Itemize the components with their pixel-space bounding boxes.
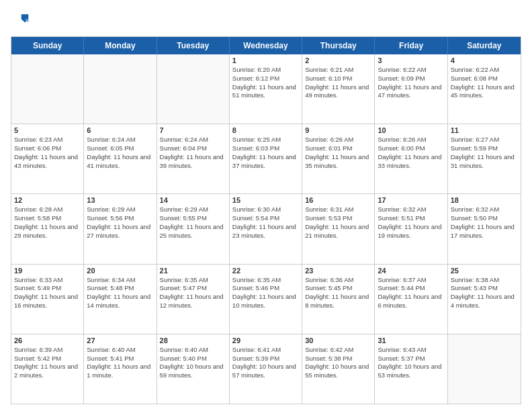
- day-number: 25: [451, 267, 518, 275]
- header-day-thursday: Thursday: [302, 37, 375, 54]
- day-number: 22: [232, 267, 299, 275]
- day-number: 29: [232, 336, 299, 345]
- day-number: 6: [87, 126, 153, 134]
- day-number: 2: [305, 56, 371, 64]
- day-info: Sunrise: 6:36 AMSunset: 5:45 PMDaylight:…: [305, 276, 371, 310]
- day-number: 17: [378, 196, 444, 204]
- day-info: Sunrise: 6:42 AMSunset: 5:38 PMDaylight:…: [305, 346, 371, 380]
- day-cell-21: 21Sunrise: 6:35 AMSunset: 5:47 PMDayligh…: [157, 265, 230, 334]
- header-day-monday: Monday: [84, 37, 157, 54]
- day-info: Sunrise: 6:35 AMSunset: 5:47 PMDaylight:…: [160, 276, 226, 310]
- day-info: Sunrise: 6:21 AMSunset: 6:10 PMDaylight:…: [305, 66, 371, 100]
- calendar-week-5: 26Sunrise: 6:39 AMSunset: 5:42 PMDayligh…: [11, 334, 521, 404]
- day-cell-19: 19Sunrise: 6:33 AMSunset: 5:49 PMDayligh…: [11, 265, 84, 334]
- day-info: Sunrise: 6:20 AMSunset: 6:12 PMDaylight:…: [232, 66, 299, 100]
- calendar-body: 1Sunrise: 6:20 AMSunset: 6:12 PMDaylight…: [11, 54, 521, 404]
- day-cell-25: 25Sunrise: 6:38 AMSunset: 5:43 PMDayligh…: [448, 265, 521, 334]
- header-day-friday: Friday: [375, 37, 447, 54]
- day-cell-17: 17Sunrise: 6:32 AMSunset: 5:51 PMDayligh…: [375, 194, 447, 263]
- day-number: 28: [160, 336, 226, 345]
- empty-cell: [448, 334, 521, 404]
- day-info: Sunrise: 6:24 AMSunset: 6:05 PMDaylight:…: [87, 136, 153, 170]
- calendar-week-4: 19Sunrise: 6:33 AMSunset: 5:49 PMDayligh…: [11, 265, 521, 334]
- calendar-header: SundayMondayTuesdayWednesdayThursdayFrid…: [11, 37, 521, 54]
- header-day-wednesday: Wednesday: [230, 37, 302, 54]
- day-number: 20: [87, 267, 153, 275]
- calendar-week-1: 1Sunrise: 6:20 AMSunset: 6:12 PMDaylight…: [11, 54, 521, 124]
- day-cell-13: 13Sunrise: 6:29 AMSunset: 5:56 PMDayligh…: [84, 194, 157, 263]
- day-info: Sunrise: 6:39 AMSunset: 5:42 PMDaylight:…: [14, 346, 81, 380]
- day-cell-4: 4Sunrise: 6:22 AMSunset: 6:08 PMDaylight…: [448, 54, 521, 124]
- day-cell-18: 18Sunrise: 6:32 AMSunset: 5:50 PMDayligh…: [448, 194, 521, 263]
- day-info: Sunrise: 6:30 AMSunset: 5:54 PMDaylight:…: [232, 205, 299, 240]
- day-cell-3: 3Sunrise: 6:22 AMSunset: 6:09 PMDaylight…: [375, 54, 447, 124]
- empty-cell: [157, 54, 230, 124]
- day-info: Sunrise: 6:32 AMSunset: 5:50 PMDaylight:…: [451, 205, 518, 240]
- day-number: 7: [160, 126, 226, 134]
- day-info: Sunrise: 6:32 AMSunset: 5:51 PMDaylight:…: [378, 205, 444, 240]
- day-number: 15: [232, 196, 299, 204]
- day-number: 30: [305, 336, 371, 345]
- day-number: 13: [87, 196, 153, 204]
- day-cell-30: 30Sunrise: 6:42 AMSunset: 5:38 PMDayligh…: [302, 334, 375, 404]
- day-info: Sunrise: 6:25 AMSunset: 6:03 PMDaylight:…: [232, 136, 299, 170]
- logo: [11, 11, 32, 30]
- day-cell-27: 27Sunrise: 6:40 AMSunset: 5:41 PMDayligh…: [84, 334, 157, 404]
- day-number: 18: [451, 196, 518, 204]
- day-info: Sunrise: 6:22 AMSunset: 6:09 PMDaylight:…: [378, 66, 444, 100]
- day-cell-15: 15Sunrise: 6:30 AMSunset: 5:54 PMDayligh…: [230, 194, 302, 263]
- day-cell-8: 8Sunrise: 6:25 AMSunset: 6:03 PMDaylight…: [230, 124, 302, 193]
- header-day-sunday: Sunday: [11, 37, 84, 54]
- day-number: 26: [14, 336, 81, 345]
- day-info: Sunrise: 6:38 AMSunset: 5:43 PMDaylight:…: [451, 276, 518, 310]
- day-info: Sunrise: 6:26 AMSunset: 6:00 PMDaylight:…: [378, 136, 444, 170]
- day-info: Sunrise: 6:26 AMSunset: 6:01 PMDaylight:…: [305, 136, 371, 170]
- calendar: SundayMondayTuesdayWednesdayThursdayFrid…: [11, 36, 521, 404]
- day-cell-5: 5Sunrise: 6:23 AMSunset: 6:06 PMDaylight…: [11, 124, 84, 193]
- day-number: 4: [451, 56, 518, 64]
- day-cell-6: 6Sunrise: 6:24 AMSunset: 6:05 PMDaylight…: [84, 124, 157, 193]
- day-number: 27: [87, 336, 153, 345]
- day-number: 3: [378, 56, 444, 64]
- day-number: 9: [305, 126, 371, 134]
- day-number: 31: [378, 336, 444, 345]
- day-number: 10: [378, 126, 444, 134]
- day-cell-29: 29Sunrise: 6:41 AMSunset: 5:39 PMDayligh…: [230, 334, 302, 404]
- header-day-saturday: Saturday: [448, 37, 521, 54]
- day-cell-9: 9Sunrise: 6:26 AMSunset: 6:01 PMDaylight…: [302, 124, 375, 193]
- day-number: 21: [160, 267, 226, 275]
- day-info: Sunrise: 6:31 AMSunset: 5:53 PMDaylight:…: [305, 205, 371, 240]
- day-cell-2: 2Sunrise: 6:21 AMSunset: 6:10 PMDaylight…: [302, 54, 375, 124]
- day-info: Sunrise: 6:29 AMSunset: 5:55 PMDaylight:…: [160, 205, 226, 240]
- day-info: Sunrise: 6:37 AMSunset: 5:44 PMDaylight:…: [378, 276, 444, 310]
- day-info: Sunrise: 6:34 AMSunset: 5:48 PMDaylight:…: [87, 276, 153, 310]
- day-info: Sunrise: 6:28 AMSunset: 5:58 PMDaylight:…: [14, 205, 81, 240]
- day-number: 5: [14, 126, 81, 134]
- day-info: Sunrise: 6:22 AMSunset: 6:08 PMDaylight:…: [451, 66, 518, 100]
- day-cell-12: 12Sunrise: 6:28 AMSunset: 5:58 PMDayligh…: [11, 194, 84, 263]
- day-cell-7: 7Sunrise: 6:24 AMSunset: 6:04 PMDaylight…: [157, 124, 230, 193]
- calendar-week-2: 5Sunrise: 6:23 AMSunset: 6:06 PMDaylight…: [11, 124, 521, 194]
- day-info: Sunrise: 6:43 AMSunset: 5:37 PMDaylight:…: [378, 346, 444, 380]
- day-number: 12: [14, 196, 81, 204]
- empty-cell: [11, 54, 84, 124]
- day-number: 1: [232, 56, 299, 64]
- day-cell-22: 22Sunrise: 6:35 AMSunset: 5:46 PMDayligh…: [230, 265, 302, 334]
- day-info: Sunrise: 6:35 AMSunset: 5:46 PMDaylight:…: [232, 276, 299, 310]
- day-info: Sunrise: 6:23 AMSunset: 6:06 PMDaylight:…: [14, 136, 81, 170]
- day-info: Sunrise: 6:33 AMSunset: 5:49 PMDaylight:…: [14, 276, 81, 310]
- empty-cell: [84, 54, 157, 124]
- day-cell-23: 23Sunrise: 6:36 AMSunset: 5:45 PMDayligh…: [302, 265, 375, 334]
- day-cell-28: 28Sunrise: 6:40 AMSunset: 5:40 PMDayligh…: [157, 334, 230, 404]
- day-number: 11: [451, 126, 518, 134]
- calendar-week-3: 12Sunrise: 6:28 AMSunset: 5:58 PMDayligh…: [11, 194, 521, 264]
- day-cell-26: 26Sunrise: 6:39 AMSunset: 5:42 PMDayligh…: [11, 334, 84, 404]
- day-info: Sunrise: 6:29 AMSunset: 5:56 PMDaylight:…: [87, 205, 153, 240]
- day-number: 14: [160, 196, 226, 204]
- day-number: 24: [378, 267, 444, 275]
- day-info: Sunrise: 6:27 AMSunset: 5:59 PMDaylight:…: [451, 136, 518, 170]
- day-cell-1: 1Sunrise: 6:20 AMSunset: 6:12 PMDaylight…: [230, 54, 302, 124]
- logo-icon: [11, 11, 30, 30]
- day-number: 16: [305, 196, 371, 204]
- day-cell-24: 24Sunrise: 6:37 AMSunset: 5:44 PMDayligh…: [375, 265, 447, 334]
